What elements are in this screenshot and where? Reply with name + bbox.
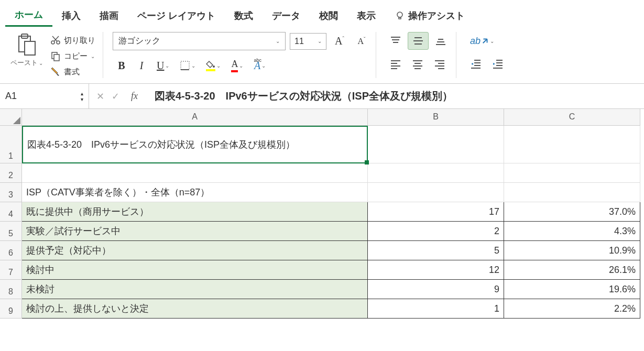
row-header[interactable]: 7 [0,260,22,280]
select-all-triangle[interactable] [0,109,22,126]
cell[interactable]: 図表4-5-3-20 IPv6サービスの対応状況（ISP全体及び規模別） [22,126,368,163]
cell[interactable]: 提供予定（対応中） [22,241,368,260]
row-header[interactable]: 1 [0,126,22,163]
cell[interactable]: 37.0% [504,202,640,222]
row-header[interactable]: 8 [0,280,22,299]
cell[interactable]: 1 [368,299,504,319]
copy-icon [50,51,61,61]
cell[interactable] [368,183,504,202]
chevron-down-icon: ⌄ [165,63,169,69]
align-center-button[interactable] [408,55,428,73]
tab-draw[interactable]: 描画 [90,5,128,26]
font-size-select[interactable]: 11⌄ [290,33,326,50]
font-size-value: 11 [294,37,304,46]
cell[interactable]: 10.9% [504,241,640,260]
orientation-button[interactable]: ab⌄ [466,32,498,50]
fill-color-button[interactable]: ⌄ [202,57,225,74]
align-bottom-button[interactable] [431,32,451,50]
column-header-b[interactable]: B [368,109,504,126]
bold-button[interactable]: B [113,57,130,75]
cell[interactable] [368,163,504,183]
cancel-icon[interactable]: ✕ [96,91,104,102]
align-top-button[interactable] [386,32,406,50]
row-header[interactable]: 5 [0,222,22,241]
border-button[interactable]: ⌄ [176,57,200,74]
cell[interactable]: 19.6% [504,280,640,299]
tab-insert[interactable]: 挿入 [52,5,90,26]
name-box[interactable]: A1 ▴▾ [0,84,89,108]
decrease-font-button[interactable]: Aˇ [353,32,370,50]
formula-input[interactable]: 図表4-5-3-20 IPv6サービスの対応状況（ISP全体及び規模別） [149,89,644,103]
format-label: 書式 [64,67,80,77]
cell[interactable] [368,126,504,163]
cell[interactable]: 9 [368,280,504,299]
enter-icon[interactable]: ✓ [112,91,119,102]
align-right-button[interactable] [430,55,450,73]
align-left-button[interactable] [386,55,406,73]
ruby-button[interactable]: abcA⌄ [249,57,270,75]
table-row: 7検討中1226.1% [0,260,640,280]
cell[interactable]: ISP（CATV事業者を除く）・全体（n=87） [22,183,368,202]
cell[interactable]: 26.1% [504,260,640,280]
row-header[interactable]: 6 [0,241,22,260]
row-header[interactable]: 9 [0,299,22,319]
tab-assist[interactable]: 操作アシスト [385,5,474,26]
table-row: 4既に提供中（商用サービス）1737.0% [0,202,640,222]
cell[interactable]: 2.2% [504,299,640,319]
cell[interactable] [22,163,368,183]
font-color-button[interactable]: A⌄ [227,56,247,75]
chevron-down-icon: ⌄ [490,38,494,44]
cell[interactable]: 2 [368,222,504,241]
tab-data[interactable]: データ [263,5,310,26]
chevron-down-icon[interactable]: ⌄ [39,60,43,66]
indent-group: ab⌄ [461,32,513,78]
table-row: 3ISP（CATV事業者を除く）・全体（n=87） [0,183,640,202]
tab-review[interactable]: 校閲 [310,5,347,26]
row-header[interactable]: 4 [0,202,22,222]
cell[interactable]: 12 [368,260,504,280]
format-painter-button[interactable]: 書式 [48,65,97,78]
cell[interactable]: 検討中 [22,260,368,280]
increase-font-button[interactable]: Aˆ [331,32,348,50]
chevron-down-icon: ⌄ [216,63,221,69]
cell[interactable] [504,126,640,163]
chevron-down-icon: ⌄ [318,38,322,44]
align-middle-button[interactable] [408,32,429,50]
decrease-indent-button[interactable] [466,55,486,73]
tab-view[interactable]: 表示 [347,5,385,26]
align-group [380,32,456,78]
scissors-icon [50,35,61,46]
paste-button[interactable] [16,32,37,58]
cell[interactable] [504,163,640,183]
brush-icon [50,67,61,77]
cell[interactable]: 既に提供中（商用サービス） [22,202,368,222]
table-row: 5実験／試行サービス中24.3% [0,222,640,241]
table-row: 8未検討919.6% [0,280,640,299]
ribbon-toolbar: ペースト⌄ 切り取り コピー⌄ 書式 游ゴシック⌄ 11⌄ [0,27,644,84]
cell[interactable]: 17 [368,202,504,222]
tab-page-layout[interactable]: ページ レイアウト [128,5,225,26]
column-header-c[interactable]: C [504,109,640,126]
name-box-stepper[interactable]: ▴▾ [81,91,83,102]
paste-label: ペースト [10,58,38,68]
cell[interactable]: 未検討 [22,280,368,299]
cell[interactable] [504,183,640,202]
italic-button[interactable]: I [133,57,150,75]
tab-home[interactable]: ホーム [5,4,52,27]
row-header[interactable]: 3 [0,183,22,202]
cell[interactable]: 4.3% [504,222,640,241]
fx-label[interactable]: fx [127,91,142,102]
table-row: 1図表4-5-3-20 IPv6サービスの対応状況（ISP全体及び規模別） [0,126,640,163]
copy-button[interactable]: コピー⌄ [48,50,97,62]
cell[interactable]: 実験／試行サービス中 [22,222,368,241]
increase-indent-button[interactable] [488,55,508,73]
row-header[interactable]: 2 [0,163,22,183]
column-header-a[interactable]: A [22,109,368,126]
cell[interactable]: 検討の上、提供しないと決定 [22,299,368,319]
font-name-select[interactable]: 游ゴシック⌄ [113,32,286,50]
cell[interactable]: 5 [368,241,504,260]
underline-button[interactable]: U⌄ [152,57,173,75]
cut-button[interactable]: 切り取り [48,34,97,47]
chevron-down-icon: ⌄ [261,63,266,69]
tab-formulas[interactable]: 数式 [225,5,263,26]
